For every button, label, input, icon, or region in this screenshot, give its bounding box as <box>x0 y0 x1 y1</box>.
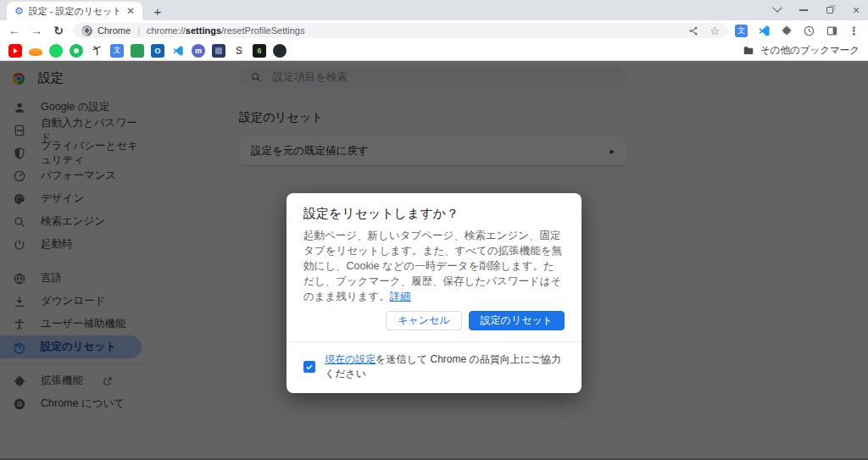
current-settings-link[interactable]: 現在の設定 <box>325 353 376 365</box>
url-path: /resetProfileSettings <box>221 25 304 36</box>
active-tab[interactable]: ⚙ 設定 - 設定のリセット ✕ <box>7 2 142 20</box>
pinned-extension-icon[interactable] <box>803 25 815 37</box>
check-icon <box>305 363 314 371</box>
back-icon[interactable]: ← <box>7 25 22 36</box>
bookmark-youtube-icon[interactable] <box>8 44 22 58</box>
url-scheme: chrome:// <box>147 25 186 36</box>
report-settings-checkbox[interactable] <box>303 361 315 373</box>
bookmark-github-icon[interactable] <box>273 44 287 58</box>
bookmarks-bar: 文 O m S 6 その他のブックマーク <box>0 41 868 61</box>
dialog-actions: キャンセル 設定のリセット <box>303 311 565 330</box>
bookmark-palm-tree-icon[interactable] <box>90 44 103 58</box>
bookmark-translate-icon[interactable]: 文 <box>110 44 124 58</box>
bookmark-cloudflare-icon[interactable] <box>29 44 42 58</box>
bookmark-s-logo-icon[interactable]: S <box>232 44 246 58</box>
address-bar[interactable]: Chrome | chrome://settings/resetProfileS… <box>73 23 728 38</box>
extensions-puzzle-icon[interactable] <box>781 25 793 36</box>
omnibox-url: chrome://settings/resetProfileSettings <box>147 25 304 36</box>
new-tab-button[interactable]: + <box>149 3 166 19</box>
chrome-grayscale-favicon-icon <box>81 25 92 36</box>
dialog-title: 設定をリセットしますか？ <box>303 204 565 222</box>
bookmark-navy-app-icon[interactable] <box>212 44 225 58</box>
restore-icon[interactable] <box>825 5 835 15</box>
cancel-button[interactable]: キャンセル <box>386 311 461 330</box>
forward-icon[interactable]: → <box>29 25 44 36</box>
bookmark-green-ring-icon[interactable] <box>70 44 83 58</box>
omnibox-engine-label: Chrome <box>97 25 131 36</box>
folder-icon <box>743 45 754 57</box>
report-settings-row: 現在の設定を送信して Chrome の品質向上にご協力ください <box>303 342 565 381</box>
bookmark-green-app-icon[interactable] <box>131 44 144 58</box>
bookmark-outlook-icon[interactable]: O <box>151 44 164 58</box>
vscode-icon[interactable] <box>758 25 771 37</box>
other-bookmarks-label: その他のブックマーク <box>760 44 860 57</box>
other-bookmarks-button[interactable]: その他のブックマーク <box>743 44 860 57</box>
report-settings-label: 現在の設定を送信して Chrome の品質向上にご協力ください <box>325 352 565 381</box>
tab-title: 設定 - 設定のリセット <box>29 5 119 18</box>
bookmark-six-app-icon[interactable]: 6 <box>253 44 266 58</box>
dialog-body: 起動ページ、新しいタブページ、検索エンジン、固定タブをリセットします。また、すべ… <box>303 228 565 304</box>
tab-close-icon[interactable]: ✕ <box>124 5 137 17</box>
tab-strip: ⚙ 設定 - 設定のリセット ✕ + × <box>0 0 868 20</box>
dialog-body-text: 起動ページ、新しいタブページ、検索エンジン、固定タブをリセットします。また、すべ… <box>303 230 562 302</box>
reload-icon[interactable]: ↻ <box>51 25 66 36</box>
bookmark-vscode-icon[interactable] <box>171 44 185 58</box>
omnibox-separator: | <box>137 25 140 36</box>
translate-icon[interactable]: 文 <box>735 25 748 37</box>
share-icon[interactable] <box>688 25 699 36</box>
float-window-chevron-icon[interactable] <box>772 5 782 15</box>
confirm-reset-button[interactable]: 設定のリセット <box>469 311 565 330</box>
browser-toolbar: ← → ↻ Chrome | chrome://settings/resetPr… <box>0 20 868 41</box>
learn-more-link[interactable]: 詳細 <box>390 291 411 302</box>
browser-window: ⚙ 設定 - 設定のリセット ✕ + × ← → ↻ Chrome | chro… <box>0 0 868 460</box>
close-window-icon[interactable]: × <box>851 5 861 15</box>
settings-gear-favicon-icon: ⚙ <box>14 6 24 16</box>
window-controls: × <box>772 0 861 20</box>
minimize-icon[interactable] <box>798 5 809 15</box>
bookmark-star-icon[interactable]: ☆ <box>709 25 720 36</box>
settings-page: 設定 Google の設定 自動入力とパスワード プライバシーとセキュリティ パ… <box>0 61 868 460</box>
browser-menu-icon[interactable]: ⋮ <box>849 25 860 37</box>
omnibox-actions: ☆ <box>688 25 720 36</box>
side-panel-icon[interactable] <box>826 25 838 37</box>
toolbar-extensions: 文 ⋮ <box>735 25 861 37</box>
bookmark-spotify-icon[interactable] <box>49 44 63 58</box>
reset-settings-dialog: 設定をリセットしますか？ 起動ページ、新しいタブページ、検索エンジン、固定タブを… <box>287 193 581 393</box>
url-host: settings <box>186 25 221 36</box>
bookmark-m-circle-icon[interactable]: m <box>192 44 205 58</box>
